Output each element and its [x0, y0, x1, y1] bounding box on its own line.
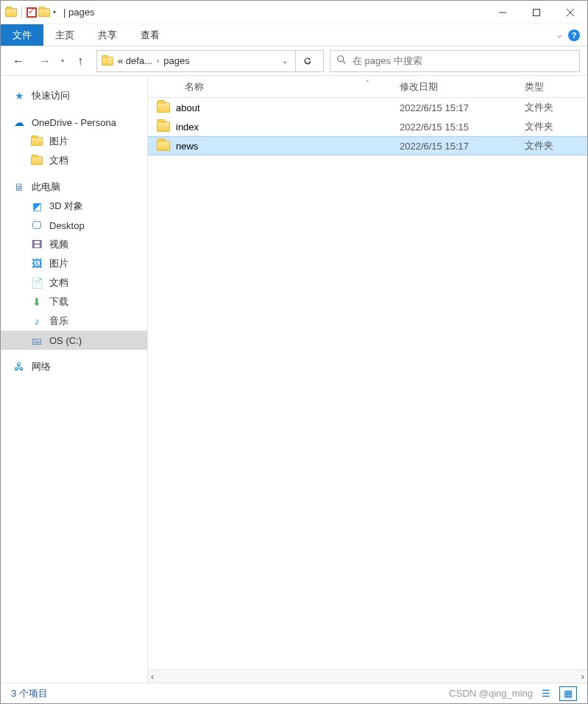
tab-share[interactable]: 共享: [86, 24, 129, 46]
sidebar-downloads[interactable]: ⬇ 下载: [1, 292, 147, 311]
star-icon: ★: [13, 89, 26, 102]
file-name: index: [176, 122, 199, 133]
tab-view[interactable]: 查看: [129, 24, 171, 46]
horizontal-scrollbar[interactable]: ‹ ›: [148, 669, 587, 683]
file-row[interactable]: news 2022/6/15 15:17 文件夹: [148, 136, 587, 155]
close-button[interactable]: [553, 1, 587, 24]
sidebar-label: 音乐: [49, 314, 68, 328]
item-count: 3 个项目: [11, 687, 48, 700]
view-icons-button[interactable]: ▦: [559, 686, 577, 701]
sidebar-desktop[interactable]: 🖵 Desktop: [1, 216, 147, 235]
main-area: ★ 快速访问 ☁ OneDrive - Persona 图片 文档 🖥 此电脑: [1, 76, 587, 683]
view-details-button[interactable]: ☰: [537, 686, 555, 701]
tab-file[interactable]: 文件: [1, 24, 43, 46]
column-name[interactable]: 名称: [148, 80, 391, 94]
ribbon-collapse-icon[interactable]: ⌵: [557, 30, 562, 40]
forward-button[interactable]: →: [35, 51, 55, 71]
search-box[interactable]: [330, 50, 580, 72]
sidebar-label: OS (C:): [49, 335, 82, 346]
sidebar-videos[interactable]: 🎞 视频: [1, 235, 147, 254]
sidebar-label: 网络: [32, 360, 51, 373]
file-date: 2022/6/15 15:17: [391, 102, 516, 113]
sidebar-label: 下载: [49, 295, 68, 309]
navigation-pane: ★ 快速访问 ☁ OneDrive - Persona 图片 文档 🖥 此电脑: [1, 76, 148, 683]
address-bar[interactable]: « defa... › pages ⌄: [96, 50, 324, 72]
minimize-button[interactable]: [486, 1, 520, 24]
file-date: 2022/6/15 15:17: [391, 141, 516, 152]
scroll-right-icon[interactable]: ›: [581, 671, 584, 682]
search-icon: [336, 54, 347, 67]
file-name: about: [176, 102, 200, 113]
maximize-button[interactable]: [520, 1, 553, 24]
navigation-bar: ← → ▾ ↑ « defa... › pages ⌄: [1, 46, 587, 76]
quick-access-toolbar: ▾ | pages: [1, 6, 94, 19]
sidebar-documents[interactable]: 📄 文档: [1, 273, 147, 292]
cube-icon: ◩: [30, 200, 43, 213]
back-button[interactable]: ←: [8, 51, 29, 71]
folder-icon: [157, 141, 170, 151]
file-name: news: [176, 141, 198, 152]
file-list[interactable]: about 2022/6/15 15:17 文件夹 index 2022/6/1…: [148, 98, 587, 669]
file-date: 2022/6/15 15:15: [391, 122, 516, 133]
sidebar-label: 图片: [49, 257, 68, 270]
file-row[interactable]: about 2022/6/15 15:17 文件夹: [148, 98, 587, 117]
pc-icon: 🖥: [13, 180, 26, 194]
sidebar-label: Desktop: [49, 220, 85, 231]
cloud-icon: ☁: [13, 116, 26, 129]
sidebar-onedrive-pictures[interactable]: 图片: [1, 132, 147, 151]
file-row[interactable]: index 2022/6/15 15:15 文件夹: [148, 117, 587, 136]
breadcrumb-sep-icon[interactable]: ›: [157, 57, 159, 65]
window-controls: [486, 1, 587, 24]
sidebar-label: 视频: [49, 238, 68, 251]
qat-separator: [21, 6, 22, 19]
sidebar-label: 文档: [49, 154, 68, 167]
history-dropdown-icon[interactable]: ▾: [61, 57, 64, 64]
sidebar-onedrive[interactable]: ☁ OneDrive - Persona: [1, 113, 147, 132]
watermark: CSDN @qing_ming: [449, 688, 533, 699]
svg-rect-0: [534, 9, 540, 15]
sidebar-label: 快速访问: [32, 89, 70, 102]
column-date[interactable]: 修改日期: [391, 80, 516, 94]
folder-icon: [157, 122, 170, 132]
scroll-left-icon[interactable]: ‹: [151, 671, 154, 682]
sidebar-label: 文档: [49, 276, 68, 289]
sidebar-music[interactable]: ♪ 音乐: [1, 311, 147, 331]
sidebar-quick-access[interactable]: ★ 快速访问: [1, 86, 147, 105]
qat-properties-icon[interactable]: [26, 7, 37, 18]
sidebar-this-pc[interactable]: 🖥 此电脑: [1, 177, 147, 197]
tab-home[interactable]: 主页: [43, 24, 86, 46]
folder-icon: [30, 135, 43, 148]
sidebar-3d-objects[interactable]: ◩ 3D 对象: [1, 197, 147, 216]
content-pane: ˄ 名称 修改日期 类型 about 2022/6/15 15:17 文件夹 i…: [148, 76, 587, 683]
download-icon: ⬇: [30, 295, 43, 309]
window-title: | pages: [63, 7, 94, 18]
column-headers: ˄ 名称 修改日期 类型: [148, 76, 587, 98]
ribbon-right: ⌵ ?: [557, 24, 587, 46]
sidebar-pictures[interactable]: 🖼 图片: [1, 254, 147, 273]
refresh-button[interactable]: [295, 51, 319, 71]
svg-point-1: [338, 56, 344, 62]
file-type: 文件夹: [516, 120, 575, 133]
search-input[interactable]: [353, 55, 573, 66]
sidebar-onedrive-docs[interactable]: 文档: [1, 151, 147, 170]
sidebar-drive-c[interactable]: 🖴 OS (C:): [1, 331, 147, 350]
qat-folder-icon[interactable]: [38, 8, 50, 17]
drive-icon: 🖴: [30, 334, 43, 347]
breadcrumb-current[interactable]: pages: [162, 55, 191, 66]
help-icon[interactable]: ?: [568, 29, 580, 41]
folder-icon: [157, 102, 170, 113]
document-icon: 📄: [30, 276, 43, 289]
file-type: 文件夹: [516, 139, 575, 152]
address-dropdown-icon[interactable]: ⌄: [277, 57, 292, 65]
sidebar-network[interactable]: 🖧 网络: [1, 357, 147, 376]
folder-icon: [30, 154, 43, 167]
column-type[interactable]: 类型: [516, 80, 575, 94]
status-bar: 3 个项目 CSDN @qing_ming ☰ ▦: [1, 683, 587, 703]
desktop-icon: 🖵: [30, 219, 43, 232]
video-icon: 🎞: [30, 238, 43, 251]
breadcrumb-segment[interactable]: « defa...: [116, 55, 154, 66]
sidebar-label: 此电脑: [32, 180, 60, 194]
app-folder-icon: [5, 8, 17, 17]
qat-dropdown-icon[interactable]: ▾: [53, 9, 56, 15]
up-button[interactable]: ↑: [70, 51, 91, 71]
